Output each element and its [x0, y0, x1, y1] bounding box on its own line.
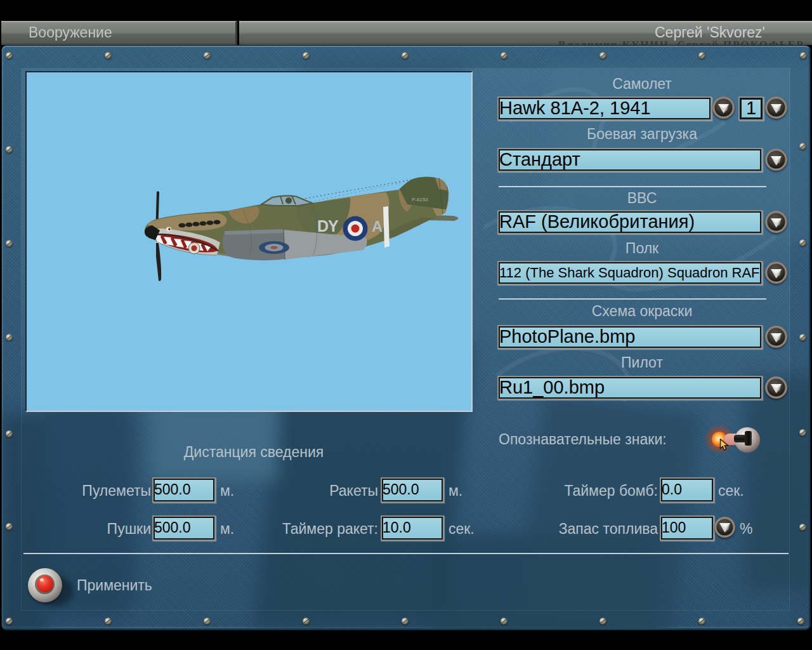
svg-text:A: A: [372, 218, 383, 235]
svg-text:DY: DY: [317, 217, 339, 235]
svg-text:P-8153: P-8153: [412, 197, 428, 202]
